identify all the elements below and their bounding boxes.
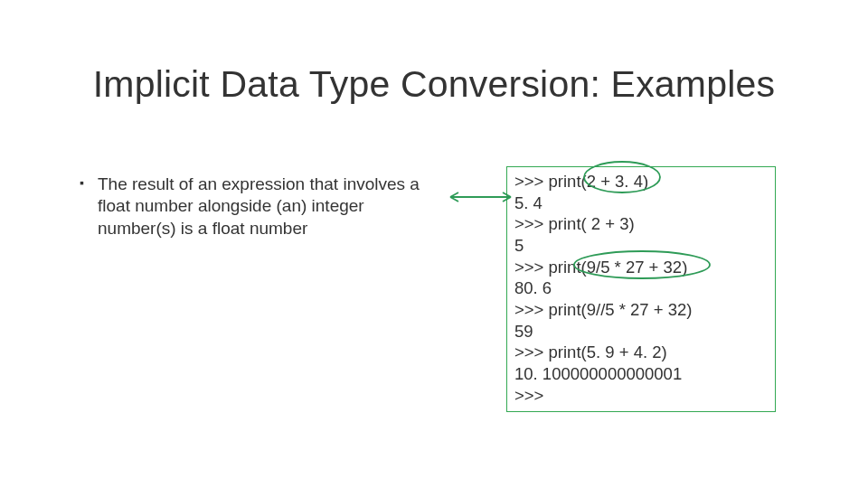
code-line: >>> print( 2 + 3) (514, 213, 768, 235)
page-title: Implicit Data Type Conversion: Examples (0, 63, 868, 106)
bullet-text: The result of an expression that involve… (98, 174, 420, 238)
arrow-annotation (450, 192, 511, 202)
code-line: 10. 100000000000001 (514, 363, 768, 385)
code-line: >>> print(9/5 * 27 + 32) (514, 257, 768, 278)
slide: Implicit Data Type Conversion: Examples … (0, 0, 868, 488)
code-line: 80. 6 (514, 277, 768, 299)
code-line: 5 (514, 235, 768, 257)
code-line: >>> (514, 385, 768, 407)
code-line: >>> print(5. 9 + 4. 2) (514, 342, 768, 363)
bullet-marker: ▪ (80, 175, 84, 192)
code-line: >>> print(2 + 3. 4) (514, 171, 768, 192)
code-line: 5. 4 (514, 192, 768, 214)
bullet-item: ▪ The result of an expression that invol… (98, 174, 441, 239)
code-box: >>> print(2 + 3. 4) 5. 4 >>> print( 2 + … (506, 166, 776, 412)
code-line: 59 (514, 321, 768, 343)
code-line: >>> print(9//5 * 27 + 32) (514, 299, 768, 321)
